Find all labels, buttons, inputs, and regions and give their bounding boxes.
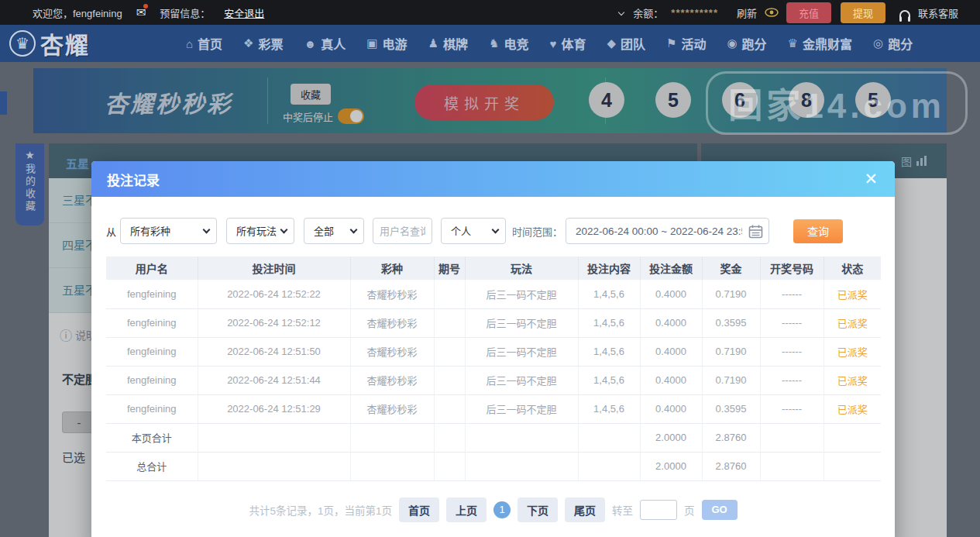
summary-row: 本页合计2.00002.8760: [106, 423, 881, 452]
go-button[interactable]: GO: [702, 500, 738, 520]
crown-logo-icon: ♛: [9, 30, 36, 57]
table-cell: [465, 452, 578, 480]
status-select[interactable]: 全部: [304, 218, 364, 244]
eye-icon[interactable]: [765, 8, 779, 17]
table-cell: 2022-06-24 12:52:22: [198, 280, 350, 308]
close-icon[interactable]: ✕: [864, 170, 878, 188]
table-cell: [434, 452, 465, 480]
table-cell: ------: [760, 366, 824, 394]
logout-link[interactable]: 安全退出: [224, 5, 264, 20]
column-header: 投注时间: [198, 256, 350, 280]
nav-item-电游[interactable]: ▣电游: [366, 34, 407, 53]
table-cell: [824, 452, 881, 480]
nav-item-label: 跑分: [742, 34, 767, 53]
nav-menu: ⌂首页❖彩票☻真人▣电游♟棋牌♞电竞♥体育◆团队⚑活动◉跑分♛金鼎财富◎跑分: [186, 34, 913, 53]
from-label: 从: [106, 224, 116, 239]
first-page-button[interactable]: 首页: [399, 497, 439, 522]
table-cell: fengfeining: [106, 394, 198, 423]
nav-item-跑分[interactable]: ◎跑分: [873, 34, 913, 53]
date-range-input[interactable]: [566, 218, 769, 244]
table-cell: 杏耀秒秒彩: [350, 308, 434, 337]
home-icon: ⌂: [186, 37, 193, 50]
nav-item-label: 跑分: [888, 34, 913, 53]
nav-item-首页[interactable]: ⌂首页: [186, 34, 222, 53]
nav-item-跑分[interactable]: ◉跑分: [727, 34, 766, 53]
last-page-button[interactable]: 尾页: [565, 497, 605, 522]
lottery-type-select[interactable]: 所有彩种: [120, 218, 217, 244]
table-cell: 2022-06-24 12:52:12: [198, 308, 350, 337]
chevron-down-icon[interactable]: [618, 9, 624, 15]
table-cell: fengfeining: [106, 280, 198, 308]
nav-item-团队[interactable]: ◆团队: [607, 34, 645, 53]
column-header: 开奖号码: [760, 256, 824, 280]
nav-item-活动[interactable]: ⚑活动: [666, 34, 706, 53]
table-cell: 0.4000: [640, 337, 702, 366]
column-header: 投注金额: [640, 256, 702, 280]
next-page-button[interactable]: 下页: [518, 497, 558, 522]
brand-logo[interactable]: ♛ 杏耀: [0, 26, 186, 60]
table-cell: fengfeining: [106, 366, 198, 394]
refresh-link[interactable]: 刷新: [737, 5, 757, 20]
search-button[interactable]: 查询: [793, 219, 843, 243]
table-cell: ------: [760, 394, 824, 423]
nav-item-体育[interactable]: ♥体育: [550, 34, 586, 53]
status-badge: 已派奖: [824, 308, 881, 337]
table-cell: 2.0000: [640, 423, 702, 452]
nav-item-label: 真人: [321, 34, 346, 53]
table-cell: 1,4,5,6: [578, 366, 640, 394]
table-cell: 2.0000: [640, 452, 702, 480]
play-type-select[interactable]: 所有玩法: [226, 218, 294, 244]
table-cell: 0.3595: [702, 394, 760, 423]
activity-icon: ⚑: [666, 36, 676, 50]
nav-item-电竞[interactable]: ♞电竞: [489, 34, 528, 53]
nav-item-彩票[interactable]: ❖彩票: [243, 34, 283, 53]
table-cell: [578, 423, 640, 452]
table-cell: 杏耀秒秒彩: [350, 366, 434, 394]
balance-value: **********: [671, 7, 718, 19]
column-header: 状态: [824, 256, 881, 280]
nav-item-真人[interactable]: ☻真人: [304, 34, 346, 53]
time-range-label: 时间范围：: [512, 224, 562, 239]
nav-item-label: 彩票: [259, 34, 284, 53]
prev-page-button[interactable]: 上页: [446, 497, 487, 522]
table-cell: 0.4000: [640, 280, 702, 308]
table-row: fengfeining2022-06-24 12:51:29杏耀秒秒彩后三一码不…: [106, 394, 881, 423]
goto-page-input[interactable]: [640, 500, 677, 520]
table-row: fengfeining2022-06-24 12:51:50杏耀秒秒彩后三一码不…: [106, 337, 881, 366]
table-cell: [350, 452, 434, 480]
nav-item-label: 金鼎财富: [803, 34, 852, 53]
withdraw-button[interactable]: 提现: [841, 2, 885, 23]
table-header-row: 用户名投注时间彩种期号玩法投注内容投注金额奖金开奖号码状态: [106, 256, 881, 280]
table-cell: 2.8760: [702, 423, 760, 452]
table-cell: 2022-06-24 12:51:44: [198, 366, 350, 394]
wealth-icon: ♛: [788, 36, 798, 50]
table-cell: [824, 423, 881, 452]
chess-cards-icon: ♟: [428, 36, 438, 50]
contact-service-link[interactable]: 联系客服: [918, 5, 958, 20]
table-cell: 杏耀秒秒彩: [350, 280, 434, 308]
table-cell: [434, 423, 465, 452]
username-search-input[interactable]: [373, 218, 432, 244]
bet-records-modal: 投注记录 ✕ 从 所有彩种 所有玩法 全部 个人 时间范围：: [91, 161, 895, 537]
status-badge: 已派奖: [824, 394, 881, 423]
goto-label: 转至: [612, 502, 633, 518]
nav-item-棋牌[interactable]: ♟棋牌: [428, 34, 468, 53]
reserved-info-label: 预留信息：: [160, 5, 210, 20]
table-cell: 0.7190: [702, 280, 760, 308]
pagination: 共计5条记录，1页，当前第1页 首页 上页 1 下页 尾页 转至 页 GO: [91, 497, 895, 522]
table-cell: ------: [760, 337, 824, 366]
table-cell: 本页合计: [106, 423, 198, 452]
bet-records-table: 用户名投注时间彩种期号玩法投注内容投注金额奖金开奖号码状态 fengfeinin…: [106, 256, 881, 481]
recharge-button[interactable]: 充值: [786, 2, 831, 23]
topbar: 欢迎您，fengfeining ✉ 预留信息： 安全退出 余额： *******…: [0, 0, 980, 25]
table-cell: [760, 423, 824, 452]
table-cell: [760, 452, 824, 480]
envelope-icon[interactable]: ✉: [136, 5, 146, 19]
nav-item-label: 电游: [383, 34, 407, 53]
scope-select[interactable]: 个人: [441, 218, 506, 244]
modal-header: 投注记录 ✕: [91, 161, 895, 197]
summary-row: 总合计2.00002.8760: [106, 452, 881, 480]
nav-item-金鼎财富[interactable]: ♛金鼎财富: [788, 34, 852, 53]
table-cell: 后三一码不定胆: [465, 366, 578, 394]
column-header: 用户名: [106, 256, 198, 280]
